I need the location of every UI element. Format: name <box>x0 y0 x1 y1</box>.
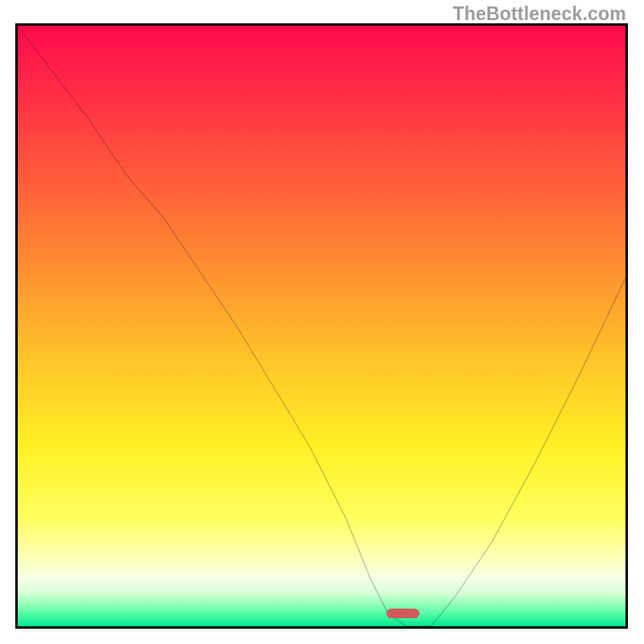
svg-rect-0 <box>18 26 625 626</box>
optimal-range-marker <box>386 609 420 618</box>
heat-gradient-background <box>18 26 625 626</box>
chart-frame <box>15 23 628 629</box>
watermark-text: TheBottleneck.com <box>452 3 626 25</box>
